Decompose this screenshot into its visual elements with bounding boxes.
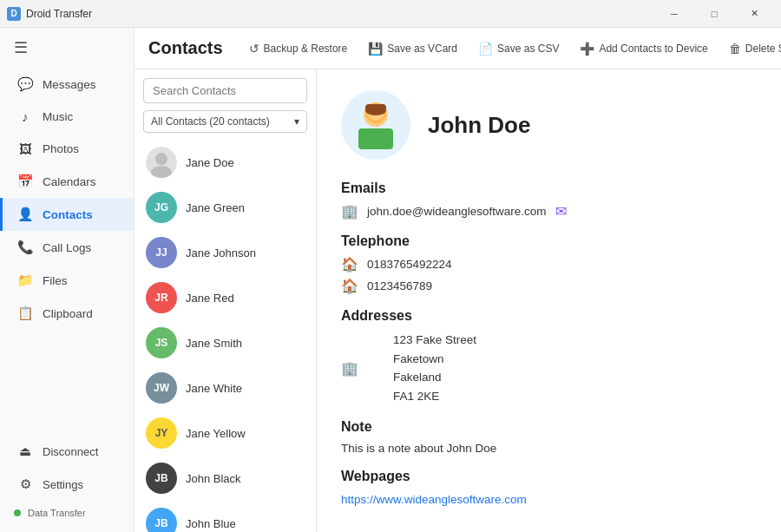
- data-transfer-label: Data Transfer: [28, 508, 86, 518]
- app-name: Droid Transfer: [26, 8, 92, 20]
- backup-restore-label: Backup & Restore: [264, 43, 348, 55]
- list-item[interactable]: JJ Jane Johnson: [135, 230, 316, 275]
- avatar: JY: [146, 417, 177, 449]
- data-transfer-status: Data Transfer: [0, 501, 134, 525]
- list-item[interactable]: Jane Doe: [135, 140, 316, 185]
- add-contacts-button[interactable]: ➕ Add Contacts to Device: [571, 37, 716, 60]
- avatar: JS: [146, 327, 177, 358]
- list-item[interactable]: JY Jane Yellow: [135, 410, 316, 456]
- add-contacts-icon: ➕: [580, 42, 594, 56]
- filter-dropdown[interactable]: All Contacts (20 contacts) ▾: [143, 110, 307, 133]
- save-csv-button[interactable]: 📄 Save as CSV: [469, 37, 568, 60]
- search-input[interactable]: [143, 78, 307, 103]
- avatar: JB: [146, 463, 177, 494]
- address-line3: Fakeland: [393, 368, 476, 387]
- menu-icon[interactable]: ☰: [0, 28, 134, 68]
- sidebar-item-calendars-label: Calendars: [43, 175, 96, 188]
- sidebar: ☰ 💬 Messages ♪ Music 🖼 Photos 📅 Calendar…: [0, 28, 135, 532]
- sidebar-item-settings-label: Settings: [43, 478, 83, 491]
- sidebar-item-settings[interactable]: ⚙ Settings: [0, 468, 134, 501]
- avatar: [146, 147, 177, 178]
- sidebar-item-contacts-label: Contacts: [43, 208, 93, 221]
- sidebar-item-clipboard[interactable]: 📋 Clipboard: [0, 297, 134, 330]
- contact-name: Jane Smith: [186, 337, 242, 350]
- disconnect-icon: ⏏: [16, 443, 34, 459]
- list-item[interactable]: JS Jane Smith: [135, 320, 316, 365]
- backup-restore-button[interactable]: ↺ Backup & Restore: [240, 37, 357, 60]
- avatar: JJ: [146, 237, 177, 268]
- contact-name: Jane Green: [186, 201, 245, 214]
- sidebar-item-music-label: Music: [43, 110, 73, 123]
- data-transfer-dot: [14, 509, 21, 516]
- list-item[interactable]: JR Jane Red: [135, 275, 316, 320]
- sidebar-item-disconnect-label: Disconnect: [43, 445, 98, 458]
- sidebar-item-disconnect[interactable]: ⏏ Disconnect: [0, 435, 134, 468]
- close-button[interactable]: ✕: [734, 0, 774, 28]
- window-controls: ─ □ ✕: [654, 0, 774, 28]
- maximize-button[interactable]: □: [694, 0, 734, 28]
- sidebar-item-photos[interactable]: 🖼 Photos: [0, 133, 134, 165]
- webpage-link[interactable]: https://www.wideanglesoftware.com: [341, 493, 527, 506]
- settings-icon: ⚙: [16, 476, 34, 492]
- telephone-section-title: Telephone: [341, 233, 757, 249]
- delete-selection-label: Delete Selection: [745, 43, 781, 55]
- avatar: JW: [146, 372, 177, 404]
- sidebar-item-music[interactable]: ♪ Music: [0, 101, 134, 133]
- sidebar-item-photos-label: Photos: [43, 142, 79, 155]
- sidebar-item-clipboard-label: Clipboard: [43, 307, 93, 320]
- emails-section-title: Emails: [341, 181, 757, 196]
- files-icon: 📁: [16, 273, 34, 288]
- addresses-section-title: Addresses: [341, 308, 757, 324]
- contacts-icon: 👤: [16, 207, 34, 222]
- list-item[interactable]: JW Jane White: [135, 365, 316, 410]
- avatar: JG: [146, 192, 177, 223]
- phone-row-2: 🏠 0123456789: [341, 278, 757, 294]
- detail-pane: John Doe Emails 🏢 john.doe@wideanglesoft…: [317, 69, 781, 532]
- main-content: Contacts ↺ Backup & Restore 💾 Save as VC…: [135, 28, 781, 532]
- contact-name: Jane Doe: [186, 156, 234, 169]
- list-item[interactable]: JB John Black: [135, 456, 316, 501]
- list-item[interactable]: JB John Blue: [135, 501, 316, 532]
- address-line2: Faketown: [393, 350, 476, 369]
- save-vcard-label: Save as VCard: [387, 43, 457, 55]
- contact-name: Jane Red: [186, 292, 234, 305]
- app-icon: D: [7, 7, 21, 21]
- page-title: Contacts: [148, 38, 223, 58]
- sidebar-nav: 💬 Messages ♪ Music 🖼 Photos 📅 Calendars …: [0, 68, 134, 435]
- webpages-section-title: Webpages: [341, 469, 757, 484]
- note-text: This is a note about John Doe: [341, 442, 757, 455]
- messages-icon: 💬: [16, 76, 34, 92]
- detail-name: John Doe: [428, 112, 530, 139]
- svg-point-1: [155, 153, 167, 165]
- svg-rect-10: [358, 128, 393, 149]
- sidebar-item-messages[interactable]: 💬 Messages: [0, 68, 134, 101]
- address-row: 🏢 123 Fake Street Faketown Fakeland FA1 …: [341, 331, 757, 405]
- minimize-button[interactable]: ─: [654, 0, 694, 28]
- sidebar-item-contacts[interactable]: 👤 Contacts: [0, 198, 134, 231]
- call-logs-icon: 📞: [16, 240, 34, 255]
- detail-avatar: [341, 90, 410, 160]
- sidebar-item-call-logs[interactable]: 📞 Call Logs: [0, 231, 134, 264]
- list-item[interactable]: JG Jane Green: [135, 185, 316, 230]
- email-row: 🏢 john.doe@wideanglesoftware.com ✉: [341, 203, 757, 220]
- address-icon: 🏢: [341, 360, 358, 377]
- delete-selection-button[interactable]: 🗑 Delete Selection: [720, 37, 781, 60]
- contact-name: John Black: [186, 472, 241, 485]
- clipboard-icon: 📋: [16, 305, 34, 321]
- phone-value-2: 0123456789: [367, 279, 432, 292]
- chevron-down-icon: ▾: [294, 115, 299, 128]
- save-vcard-button[interactable]: 💾 Save as VCard: [359, 37, 466, 60]
- contact-name: Jane White: [186, 382, 242, 395]
- phone-row-1: 🏠 0183765492224: [341, 256, 757, 273]
- address-line4: FA1 2KE: [393, 387, 476, 406]
- photos-icon: 🖼: [16, 141, 34, 156]
- save-csv-label: Save as CSV: [497, 43, 559, 55]
- search-box: [143, 78, 307, 103]
- sidebar-item-files[interactable]: 📁 Files: [0, 264, 134, 297]
- address-line1: 123 Fake Street: [393, 331, 476, 350]
- avatar: JB: [146, 508, 177, 532]
- sidebar-item-calendars[interactable]: 📅 Calendars: [0, 165, 134, 198]
- address-block: 123 Fake Street Faketown Fakeland FA1 2K…: [393, 331, 476, 405]
- sidebar-item-files-label: Files: [43, 274, 68, 287]
- delete-selection-icon: 🗑: [729, 42, 741, 56]
